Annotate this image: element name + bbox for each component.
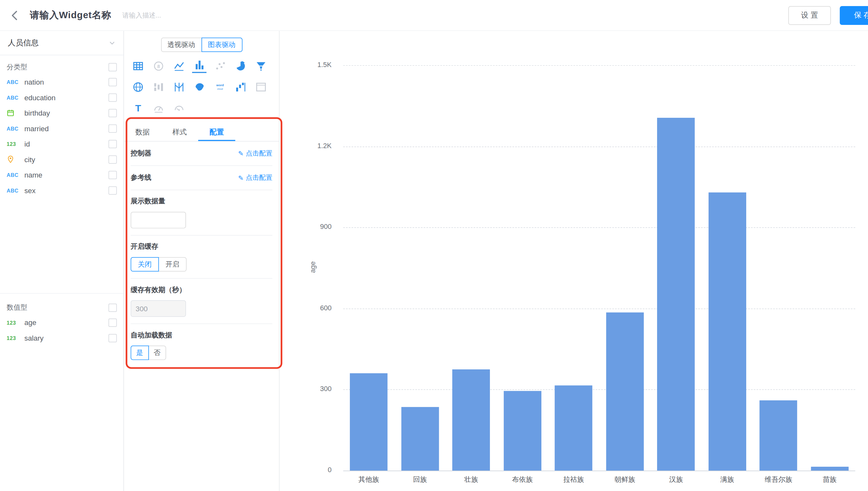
dataset-selector[interactable]: 人员信息 bbox=[0, 31, 124, 55]
tab-config[interactable]: 配置 bbox=[198, 123, 235, 141]
section-checkbox[interactable] bbox=[108, 303, 117, 312]
mode-option-1[interactable]: 图表驱动 bbox=[201, 38, 242, 52]
pie-chart-icon[interactable] bbox=[233, 59, 247, 73]
field-checkbox[interactable] bbox=[108, 155, 117, 164]
tab-style[interactable]: 样式 bbox=[161, 123, 198, 141]
field-row-city[interactable]: city bbox=[0, 152, 124, 167]
field-row-sex[interactable]: ABCsex bbox=[0, 183, 124, 198]
bar[interactable] bbox=[606, 313, 644, 470]
field-name: city bbox=[24, 155, 35, 164]
bar[interactable] bbox=[453, 369, 490, 470]
iframe-chart-icon[interactable] bbox=[253, 80, 268, 94]
y-tick-label: 1.2K bbox=[296, 142, 332, 149]
field-section: 数值型123age123salary bbox=[0, 293, 124, 346]
field-row-birthday[interactable]: birthday bbox=[0, 105, 124, 120]
x-category-label: 布依族 bbox=[497, 475, 548, 484]
cache-option-1[interactable]: 开启 bbox=[158, 257, 186, 271]
field-checkbox[interactable] bbox=[108, 334, 117, 342]
bar[interactable] bbox=[811, 466, 848, 470]
section-checkbox[interactable] bbox=[108, 63, 117, 71]
save-button[interactable]: 保 存 bbox=[840, 6, 868, 25]
top-header: 请输入Widget名称 设 置 保 存 bbox=[0, 0, 868, 31]
bar-chart-icon[interactable] bbox=[192, 59, 207, 73]
field-section-header: 数值型 bbox=[0, 300, 124, 315]
map-chart-icon[interactable] bbox=[192, 80, 207, 94]
bar[interactable] bbox=[504, 391, 541, 470]
field-name: birthday bbox=[24, 109, 50, 117]
autoload-option-1[interactable]: 否 bbox=[148, 346, 166, 360]
cache-option-0[interactable]: 关闭 bbox=[131, 257, 159, 271]
display-count-section: 展示数据量 bbox=[131, 190, 272, 236]
bar[interactable] bbox=[657, 118, 695, 470]
field-checkbox[interactable] bbox=[108, 186, 117, 195]
bar[interactable] bbox=[708, 192, 746, 470]
widget-name-title[interactable]: 请输入Widget名称 bbox=[30, 9, 111, 22]
field-row-salary[interactable]: 123salary bbox=[0, 330, 124, 346]
parallel-chart-icon[interactable] bbox=[172, 80, 186, 94]
controller-configure-link[interactable]: ✎ 点击配置 bbox=[238, 149, 273, 158]
gridline bbox=[343, 227, 855, 228]
svg-text:T: T bbox=[135, 103, 141, 113]
speedometer-chart-icon[interactable] bbox=[172, 100, 186, 115]
text-type-icon: ABC bbox=[7, 125, 23, 131]
field-checkbox[interactable] bbox=[108, 124, 117, 133]
settings-button[interactable]: 设 置 bbox=[788, 6, 831, 25]
x-category-label: 维吾尔族 bbox=[753, 475, 804, 484]
bar[interactable] bbox=[401, 407, 439, 470]
widget-config-panel: 透视驱动图表驱动 8wordcloudT 数据样式配置 控制器 ✎ 点击配置 参… bbox=[124, 31, 280, 491]
funnel-chart-icon[interactable] bbox=[253, 59, 268, 73]
bar[interactable] bbox=[350, 373, 388, 470]
cache-ttl-section: 缓存有效期（秒） bbox=[131, 279, 272, 324]
autoload-option-0[interactable]: 是 bbox=[131, 346, 148, 360]
field-row-age[interactable]: 123age bbox=[0, 315, 124, 330]
field-checkbox[interactable] bbox=[108, 78, 117, 86]
gridline bbox=[343, 389, 855, 390]
radar-chart-icon[interactable] bbox=[131, 80, 145, 94]
display-count-input[interactable] bbox=[131, 212, 186, 228]
field-row-name[interactable]: ABCname bbox=[0, 167, 124, 182]
gauge-chart-icon[interactable] bbox=[151, 100, 166, 115]
x-category-label: 其他族 bbox=[343, 475, 395, 484]
svg-text:cloud: cloud bbox=[217, 87, 223, 90]
scatter-chart-icon[interactable] bbox=[213, 59, 227, 73]
sankey-chart-icon[interactable] bbox=[151, 80, 166, 94]
chart-type-grid: 8wordcloudT bbox=[124, 52, 279, 119]
text-chart-icon[interactable]: T bbox=[131, 100, 145, 115]
autoload-label: 自动加载数据 bbox=[131, 331, 272, 340]
tab-data[interactable]: 数据 bbox=[124, 123, 161, 141]
gridline bbox=[343, 146, 855, 147]
autoload-toggle: 是否 bbox=[131, 346, 272, 360]
field-row-id[interactable]: 123id bbox=[0, 136, 124, 151]
line-chart-icon[interactable] bbox=[172, 59, 186, 73]
display-count-label: 展示数据量 bbox=[131, 197, 272, 206]
field-checkbox[interactable] bbox=[108, 93, 117, 102]
chevron-down-icon bbox=[108, 39, 116, 47]
field-checkbox[interactable] bbox=[108, 140, 117, 148]
scorecard-chart-icon[interactable]: 8 bbox=[151, 59, 166, 73]
field-checkbox[interactable] bbox=[108, 109, 117, 117]
x-category-label: 苗族 bbox=[804, 475, 855, 484]
field-name: id bbox=[24, 140, 30, 148]
field-checkbox[interactable] bbox=[108, 318, 117, 326]
panel-tabs: 数据样式配置 bbox=[124, 123, 279, 142]
table-chart-icon[interactable] bbox=[131, 59, 145, 73]
bar[interactable] bbox=[555, 385, 593, 470]
controller-row: 控制器 ✎ 点击配置 bbox=[131, 141, 272, 166]
field-row-education[interactable]: ABCeducation bbox=[0, 90, 124, 105]
field-row-nation[interactable]: ABCnation bbox=[0, 74, 124, 89]
waterfall-chart-icon[interactable] bbox=[233, 80, 247, 94]
field-name: name bbox=[24, 171, 42, 179]
wordcloud-chart-icon[interactable]: wordcloud bbox=[213, 80, 227, 94]
text-type-icon: ABC bbox=[7, 187, 23, 193]
reference-line-configure-link[interactable]: ✎ 点击配置 bbox=[238, 173, 273, 182]
field-checkbox[interactable] bbox=[108, 171, 117, 179]
field-row-married[interactable]: ABCmarried bbox=[0, 121, 124, 136]
fields-sidebar: 人员信息 分类型ABCnationABCeducationbirthdayABC… bbox=[0, 31, 124, 491]
back-button[interactable] bbox=[8, 8, 22, 22]
field-name: nation bbox=[24, 78, 44, 86]
description-input[interactable] bbox=[123, 11, 200, 19]
bar[interactable] bbox=[760, 400, 797, 470]
mode-option-0[interactable]: 透视驱动 bbox=[161, 38, 202, 52]
text-type-icon: ABC bbox=[7, 94, 23, 100]
field-sections: 分类型ABCnationABCeducationbirthdayABCmarri… bbox=[0, 60, 124, 346]
